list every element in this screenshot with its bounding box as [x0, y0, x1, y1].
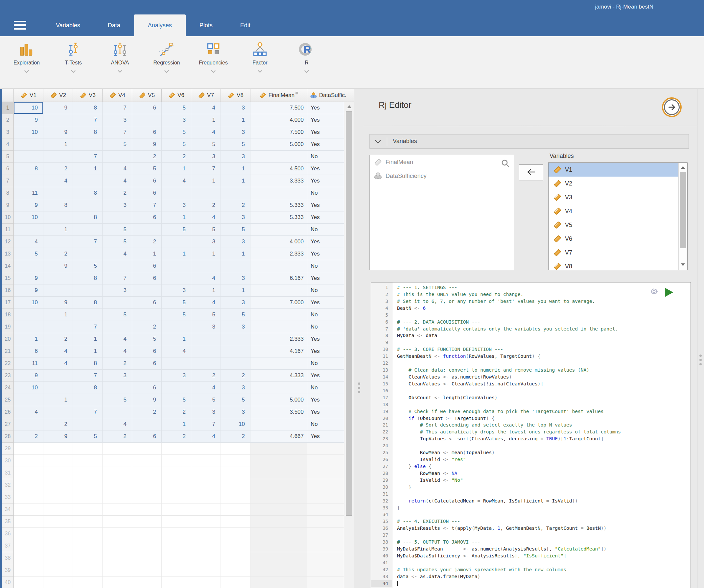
row-number[interactable]: 9	[2, 199, 14, 211]
cell[interactable]: 4	[103, 248, 132, 260]
cell[interactable]: 10	[221, 418, 250, 430]
cell[interactable]: 5	[191, 394, 221, 406]
cell[interactable]	[73, 467, 103, 479]
cell[interactable]	[14, 418, 43, 430]
cell[interactable]	[103, 467, 132, 479]
cell[interactable]: 8	[73, 382, 103, 394]
row-number[interactable]: 24	[2, 382, 14, 394]
cell[interactable]: 1	[132, 248, 162, 260]
table-row[interactable]: 11098765437.500Yes	[2, 102, 354, 114]
table-row[interactable]: 31	[2, 467, 354, 479]
cell[interactable]	[132, 467, 162, 479]
cell[interactable]: 9	[14, 199, 43, 211]
cell[interactable]: 3	[221, 406, 250, 418]
cell[interactable]: 7	[73, 321, 103, 333]
cell[interactable]: 2	[103, 358, 132, 370]
ribbon-item-frequencies[interactable]: Frequencies	[190, 40, 237, 74]
cell[interactable]: 10	[14, 211, 43, 224]
scrollbar-thumb[interactable]	[680, 172, 686, 248]
table-row[interactable]: 159876436.167Yes	[2, 272, 354, 284]
column-header-V3[interactable]: V3	[73, 89, 103, 102]
variable-item-v3[interactable]: V3	[548, 191, 687, 204]
cell[interactable]	[103, 540, 132, 552]
row-number[interactable]: 6	[2, 163, 14, 175]
code-line[interactable]: 44	[371, 580, 691, 587]
cell[interactable]	[132, 503, 162, 516]
row-number[interactable]: 16	[2, 284, 14, 297]
cell[interactable]	[73, 418, 103, 430]
row-number[interactable]: 13	[2, 248, 14, 260]
cell[interactable]	[73, 394, 103, 406]
column-header-V6[interactable]: V6	[162, 89, 191, 102]
cell-finalmean[interactable]: 4.000	[250, 236, 307, 248]
cell[interactable]	[221, 528, 250, 540]
cell[interactable]: 6	[132, 211, 162, 224]
variable-item-v8[interactable]: V8	[548, 260, 687, 270]
cell[interactable]: 8	[73, 102, 103, 114]
cell[interactable]	[43, 503, 73, 516]
row-number[interactable]: 15	[2, 272, 14, 284]
spreadsheet-vertical-scrollbar[interactable]	[344, 102, 354, 588]
cell[interactable]: 9	[14, 370, 43, 382]
row-number[interactable]: 26	[2, 406, 14, 418]
cell[interactable]: 1	[221, 114, 250, 126]
cell[interactable]	[73, 455, 103, 467]
cell[interactable]	[14, 503, 43, 516]
cell[interactable]	[221, 333, 250, 345]
cell[interactable]: 5	[132, 333, 162, 345]
row-number[interactable]: 28	[2, 430, 14, 443]
cell[interactable]	[103, 297, 132, 309]
cell-finalmean[interactable]: 5.333	[250, 211, 307, 224]
ribbon-item-anova[interactable]: ANOVA	[97, 40, 143, 74]
cell[interactable]	[14, 528, 43, 540]
code-line[interactable]: 2# This is the ONLY value you need to ch…	[371, 291, 691, 298]
cell[interactable]	[43, 151, 73, 163]
cell[interactable]: 5	[162, 394, 191, 406]
cell-finalmean[interactable]	[250, 479, 307, 491]
cell[interactable]	[73, 528, 103, 540]
ribbon-item-t-tests[interactable]: T-Tests	[50, 40, 97, 74]
cell[interactable]	[191, 345, 221, 358]
cell[interactable]: 9	[43, 260, 73, 272]
code-line[interactable]: 14 CleanValues <- as.numeric(RowValues)	[371, 374, 691, 380]
cell[interactable]	[191, 503, 221, 516]
cell[interactable]	[132, 284, 162, 297]
table-row[interactable]: 572233No	[2, 151, 354, 163]
row-number[interactable]: 39	[2, 564, 14, 577]
table-row[interactable]: 36	[2, 528, 354, 540]
cell[interactable]: 3	[221, 126, 250, 139]
cell[interactable]: 3	[191, 151, 221, 163]
cell[interactable]: 3	[221, 211, 250, 224]
cell[interactable]	[43, 577, 73, 588]
cell[interactable]: 1	[221, 175, 250, 187]
table-row[interactable]: 41595555.000Yes	[2, 139, 354, 151]
code-line[interactable]: 17 ObsCount <- length(CleanValues)	[371, 394, 691, 401]
cell[interactable]	[103, 491, 132, 503]
cell[interactable]: 5	[103, 224, 132, 236]
cell[interactable]	[132, 491, 162, 503]
cell[interactable]	[191, 260, 221, 272]
table-row[interactable]: 811826No	[2, 187, 354, 199]
cell[interactable]: 3	[162, 199, 191, 211]
cell[interactable]	[162, 260, 191, 272]
rj-code-editor[interactable]: 1# --- 1. SETTINGS ---2# This is the ONL…	[371, 282, 691, 588]
chevron-down-icon[interactable]	[304, 68, 309, 74]
cell[interactable]: 8	[73, 126, 103, 139]
table-row[interactable]: 38	[2, 552, 354, 564]
cell[interactable]: 1	[43, 394, 73, 406]
cell-finalmean[interactable]: 6.167	[250, 272, 307, 284]
cell[interactable]: 4	[14, 406, 43, 418]
row-number[interactable]: 36	[2, 528, 14, 540]
row-number[interactable]: 21	[2, 345, 14, 358]
cell[interactable]	[132, 455, 162, 467]
code-line[interactable]: 16	[371, 387, 691, 394]
code-line[interactable]: 12	[371, 360, 691, 367]
chevron-down-icon[interactable]	[24, 68, 29, 74]
row-number[interactable]: 40	[2, 577, 14, 588]
cell[interactable]: 2	[43, 248, 73, 260]
chevron-down-icon[interactable]	[117, 68, 123, 74]
run-analysis-button[interactable]	[662, 97, 682, 117]
table-row[interactable]: 1352411112.333Yes	[2, 248, 354, 260]
row-number[interactable]: 18	[2, 309, 14, 321]
row-number[interactable]: 1	[2, 102, 14, 114]
